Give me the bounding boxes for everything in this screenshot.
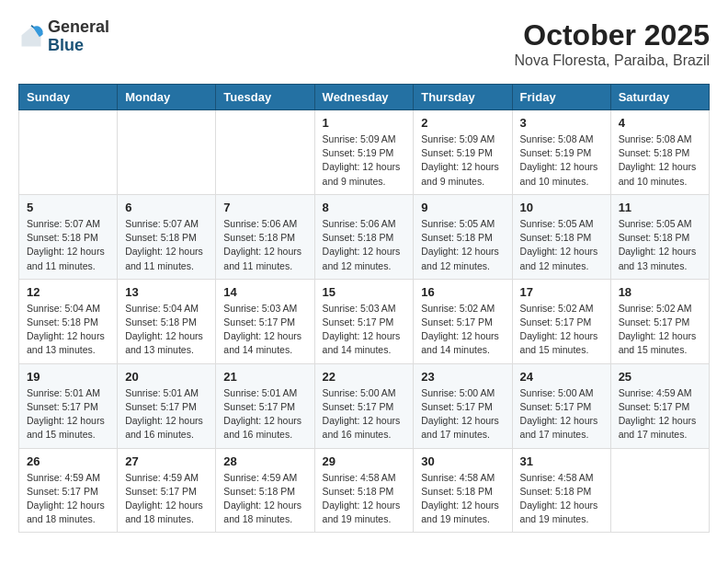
- table-row: 8Sunrise: 5:06 AM Sunset: 5:18 PM Daylig…: [314, 194, 414, 279]
- day-number: 16: [421, 285, 504, 299]
- calendar-header-row: Sunday Monday Tuesday Wednesday Thursday…: [19, 85, 710, 110]
- day-info: Sunrise: 5:05 AM Sunset: 5:18 PM Dayligh…: [421, 217, 504, 273]
- table-row: [610, 448, 709, 533]
- table-row: 3Sunrise: 5:08 AM Sunset: 5:19 PM Daylig…: [512, 110, 610, 195]
- calendar-week-row: 5Sunrise: 5:07 AM Sunset: 5:18 PM Daylig…: [19, 194, 710, 279]
- day-number: 30: [421, 454, 504, 468]
- day-info: Sunrise: 5:03 AM Sunset: 5:17 PM Dayligh…: [323, 302, 406, 358]
- calendar-table: Sunday Monday Tuesday Wednesday Thursday…: [18, 84, 710, 533]
- table-row: 27Sunrise: 4:59 AM Sunset: 5:17 PM Dayli…: [118, 448, 216, 533]
- table-row: 19Sunrise: 5:01 AM Sunset: 5:17 PM Dayli…: [19, 363, 118, 448]
- logo: General Blue: [18, 18, 109, 55]
- day-number: 9: [421, 201, 504, 214]
- calendar-week-row: 12Sunrise: 5:04 AM Sunset: 5:18 PM Dayli…: [19, 279, 710, 363]
- day-info: Sunrise: 5:03 AM Sunset: 5:17 PM Dayligh…: [223, 302, 306, 358]
- table-row: 16Sunrise: 5:02 AM Sunset: 5:17 PM Dayli…: [414, 279, 512, 363]
- day-info: Sunrise: 5:04 AM Sunset: 5:18 PM Dayligh…: [27, 302, 109, 358]
- table-row: [118, 110, 216, 195]
- day-number: 26: [27, 454, 109, 468]
- day-info: Sunrise: 5:01 AM Sunset: 5:17 PM Dayligh…: [125, 386, 208, 442]
- day-info: Sunrise: 5:08 AM Sunset: 5:18 PM Dayligh…: [619, 132, 701, 189]
- day-number: 14: [223, 285, 306, 299]
- day-info: Sunrise: 5:02 AM Sunset: 5:17 PM Dayligh…: [520, 302, 603, 358]
- header-friday: Friday: [512, 85, 610, 110]
- day-info: Sunrise: 5:07 AM Sunset: 5:18 PM Dayligh…: [125, 217, 208, 273]
- table-row: 18Sunrise: 5:02 AM Sunset: 5:17 PM Dayli…: [610, 279, 709, 363]
- calendar-week-row: 19Sunrise: 5:01 AM Sunset: 5:17 PM Dayli…: [19, 363, 710, 448]
- table-row: 11Sunrise: 5:05 AM Sunset: 5:18 PM Dayli…: [610, 194, 709, 279]
- day-info: Sunrise: 5:01 AM Sunset: 5:17 PM Dayligh…: [223, 386, 306, 442]
- header-tuesday: Tuesday: [216, 85, 314, 110]
- day-info: Sunrise: 4:58 AM Sunset: 5:18 PM Dayligh…: [323, 471, 406, 527]
- logo-general-text: General: [48, 18, 109, 37]
- day-info: Sunrise: 4:59 AM Sunset: 5:17 PM Dayligh…: [619, 386, 701, 442]
- table-row: 12Sunrise: 5:04 AM Sunset: 5:18 PM Dayli…: [19, 279, 118, 363]
- table-row: [19, 110, 118, 195]
- day-number: 10: [520, 201, 603, 214]
- table-row: 7Sunrise: 5:06 AM Sunset: 5:18 PM Daylig…: [216, 194, 314, 279]
- table-row: 10Sunrise: 5:05 AM Sunset: 5:18 PM Dayli…: [512, 194, 610, 279]
- day-number: 18: [619, 285, 701, 299]
- table-row: 28Sunrise: 4:59 AM Sunset: 5:18 PM Dayli…: [216, 448, 314, 533]
- table-row: 21Sunrise: 5:01 AM Sunset: 5:17 PM Dayli…: [216, 363, 314, 448]
- day-number: 31: [520, 454, 603, 468]
- table-row: 14Sunrise: 5:03 AM Sunset: 5:17 PM Dayli…: [216, 279, 314, 363]
- day-info: Sunrise: 5:02 AM Sunset: 5:17 PM Dayligh…: [619, 302, 701, 358]
- day-info: Sunrise: 5:00 AM Sunset: 5:17 PM Dayligh…: [421, 386, 504, 442]
- day-number: 21: [223, 370, 306, 384]
- day-info: Sunrise: 5:06 AM Sunset: 5:18 PM Dayligh…: [323, 217, 406, 273]
- table-row: [216, 110, 314, 195]
- day-info: Sunrise: 4:59 AM Sunset: 5:18 PM Dayligh…: [223, 471, 306, 527]
- table-row: 22Sunrise: 5:00 AM Sunset: 5:17 PM Dayli…: [314, 363, 414, 448]
- day-number: 27: [125, 454, 208, 468]
- header-sunday: Sunday: [19, 85, 118, 110]
- day-info: Sunrise: 5:00 AM Sunset: 5:17 PM Dayligh…: [323, 386, 406, 442]
- day-info: Sunrise: 5:09 AM Sunset: 5:19 PM Dayligh…: [323, 132, 406, 189]
- day-info: Sunrise: 5:04 AM Sunset: 5:18 PM Dayligh…: [125, 302, 208, 358]
- table-row: 23Sunrise: 5:00 AM Sunset: 5:17 PM Dayli…: [414, 363, 512, 448]
- day-number: 28: [223, 454, 306, 468]
- day-info: Sunrise: 5:02 AM Sunset: 5:17 PM Dayligh…: [421, 302, 504, 358]
- day-number: 7: [223, 201, 306, 214]
- day-number: 15: [323, 285, 406, 299]
- day-info: Sunrise: 5:06 AM Sunset: 5:18 PM Dayligh…: [223, 217, 306, 273]
- header-monday: Monday: [118, 85, 216, 110]
- day-number: 1: [323, 116, 406, 130]
- day-info: Sunrise: 5:09 AM Sunset: 5:19 PM Dayligh…: [421, 132, 504, 189]
- calendar-week-row: 26Sunrise: 4:59 AM Sunset: 5:17 PM Dayli…: [19, 448, 710, 533]
- table-row: 13Sunrise: 5:04 AM Sunset: 5:18 PM Dayli…: [118, 279, 216, 363]
- table-row: 20Sunrise: 5:01 AM Sunset: 5:17 PM Dayli…: [118, 363, 216, 448]
- logo-icon: [18, 24, 44, 50]
- day-number: 19: [27, 370, 109, 384]
- logo-text: General Blue: [48, 18, 109, 55]
- table-row: 15Sunrise: 5:03 AM Sunset: 5:17 PM Dayli…: [314, 279, 414, 363]
- day-number: 23: [421, 370, 504, 384]
- calendar-week-row: 1Sunrise: 5:09 AM Sunset: 5:19 PM Daylig…: [19, 110, 710, 195]
- header-saturday: Saturday: [610, 85, 709, 110]
- table-row: 9Sunrise: 5:05 AM Sunset: 5:18 PM Daylig…: [414, 194, 512, 279]
- header-wednesday: Wednesday: [314, 85, 414, 110]
- day-info: Sunrise: 4:58 AM Sunset: 5:18 PM Dayligh…: [421, 471, 504, 527]
- day-info: Sunrise: 5:07 AM Sunset: 5:18 PM Dayligh…: [27, 217, 109, 273]
- day-number: 20: [125, 370, 208, 384]
- table-row: 17Sunrise: 5:02 AM Sunset: 5:17 PM Dayli…: [512, 279, 610, 363]
- day-number: 29: [323, 454, 406, 468]
- table-row: 1Sunrise: 5:09 AM Sunset: 5:19 PM Daylig…: [314, 110, 414, 195]
- table-row: 4Sunrise: 5:08 AM Sunset: 5:18 PM Daylig…: [610, 110, 709, 195]
- table-row: 6Sunrise: 5:07 AM Sunset: 5:18 PM Daylig…: [118, 194, 216, 279]
- day-number: 12: [27, 285, 109, 299]
- day-info: Sunrise: 4:59 AM Sunset: 5:17 PM Dayligh…: [27, 471, 109, 527]
- title-block: October 2025 Nova Floresta, Paraiba, Bra…: [514, 18, 710, 69]
- day-number: 24: [520, 370, 603, 384]
- logo-blue-text: Blue: [48, 37, 109, 55]
- day-number: 4: [619, 116, 701, 130]
- day-info: Sunrise: 5:08 AM Sunset: 5:19 PM Dayligh…: [520, 132, 603, 189]
- day-number: 2: [421, 116, 504, 130]
- day-number: 25: [619, 370, 701, 384]
- day-number: 6: [125, 201, 208, 214]
- table-row: 25Sunrise: 4:59 AM Sunset: 5:17 PM Dayli…: [610, 363, 709, 448]
- table-row: 24Sunrise: 5:00 AM Sunset: 5:17 PM Dayli…: [512, 363, 610, 448]
- table-row: 30Sunrise: 4:58 AM Sunset: 5:18 PM Dayli…: [414, 448, 512, 533]
- table-row: 26Sunrise: 4:59 AM Sunset: 5:17 PM Dayli…: [19, 448, 118, 533]
- table-row: 5Sunrise: 5:07 AM Sunset: 5:18 PM Daylig…: [19, 194, 118, 279]
